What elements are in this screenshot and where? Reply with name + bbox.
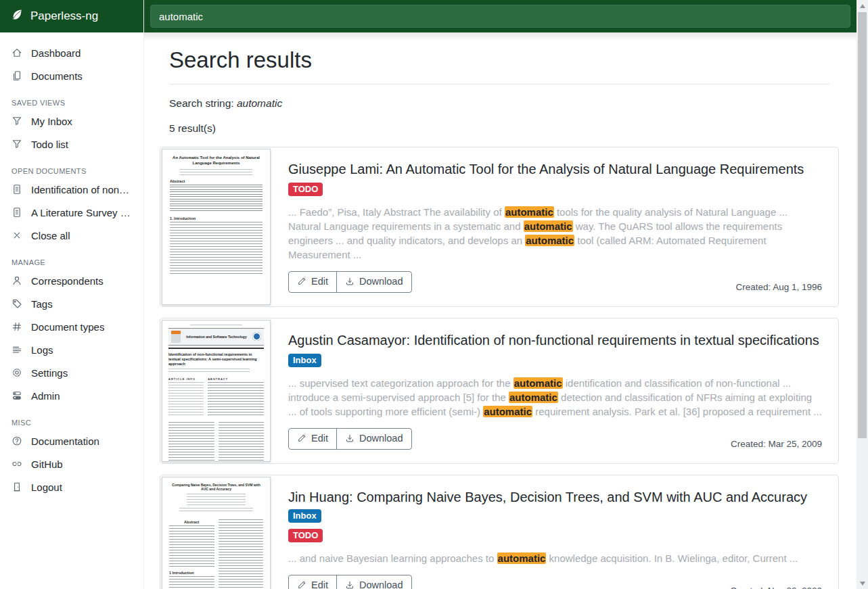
scrollbar-up-button[interactable] <box>856 0 868 11</box>
search-string-value: automatic <box>237 97 282 109</box>
result-title-link[interactable]: Jin Huang: Comparing Naive Bayes, Decisi… <box>288 488 822 525</box>
document-thumbnail[interactable]: An Automatic Tool for the Analysis of Na… <box>162 149 271 305</box>
question-circle-icon <box>12 435 22 446</box>
snippet-segment: requirement analysis. Park et al. [36] p… <box>532 406 822 417</box>
tag-badge-inbox[interactable]: Inbox <box>288 509 321 523</box>
sidebar-item-admin[interactable]: Admin <box>0 384 143 407</box>
sidebar-item-logs[interactable]: Logs <box>0 338 143 361</box>
snippet-segment: knowledge acquisition. In B. Wielinga, e… <box>546 552 798 564</box>
result-snippet: ... Faedo”, Pisa, Italy Abstract The ava… <box>288 205 822 262</box>
brand-link[interactable]: Paperless-ng <box>0 0 143 32</box>
journal-logo <box>252 332 261 341</box>
thumb-abstract-heading: Abstract <box>170 179 262 183</box>
pencil-icon <box>297 433 306 443</box>
sidebar: Paperless-ng Dashboard Documents SAVED V… <box>0 0 144 589</box>
download-button[interactable]: Download <box>336 428 412 450</box>
search-string-line: Search string: automatic <box>169 97 829 110</box>
sidebar-item-close-all[interactable]: Close all <box>0 224 143 247</box>
tag-icon <box>12 298 22 309</box>
match-highlight: automatic <box>509 392 558 403</box>
created-date: Created: Aug 1, 1996 <box>735 282 822 293</box>
match-highlight: automatic <box>513 377 563 389</box>
result-body: Giuseppe Lami: An Automatic Tool for the… <box>272 147 838 306</box>
edit-button[interactable]: Edit <box>288 575 337 589</box>
search-string-label: Search string: <box>169 97 234 109</box>
section-saved-views: SAVED VIEWS <box>12 99 132 107</box>
brand-label: Paperless-ng <box>30 9 98 23</box>
section-open-documents: OPEN DOCUMENTS <box>12 167 132 175</box>
download-button[interactable]: Download <box>336 271 412 293</box>
thumb-article-info: ARTICLE INFO <box>168 377 204 381</box>
page-title: Search results <box>169 47 829 73</box>
thumb-intro-heading: 1. Introduction <box>170 216 262 220</box>
file-text-icon <box>12 207 22 218</box>
edit-button[interactable]: Edit <box>288 271 337 293</box>
result-card: Information and Software Technology Iden… <box>160 318 839 464</box>
thumb-journal-name: Information and Software Technology <box>183 335 250 339</box>
sidebar-item-my-inbox[interactable]: My Inbox <box>0 110 143 133</box>
scrollbar-down-button[interactable] <box>856 578 868 589</box>
link-icon <box>12 458 22 469</box>
search-input[interactable] <box>150 5 850 28</box>
elsevier-logo <box>171 331 181 343</box>
person-icon <box>12 275 22 286</box>
thumb-paper-title: Identification of non-functional require… <box>168 352 264 367</box>
thumb-paper-title: An Automatic Tool for the Analysis of Na… <box>170 156 262 166</box>
thumb-abstract-caps: ABSTRACT <box>208 377 264 381</box>
result-body: Agustin Casamayor: Identification of non… <box>272 319 838 463</box>
tag-badge-todo[interactable]: TODO <box>288 529 323 542</box>
download-icon <box>345 580 355 589</box>
sidebar-item-open-doc-2[interactable]: A Literature Survey on ... <box>0 201 143 224</box>
document-thumbnail[interactable]: Comparing Naive Bayes, Decision Trees, a… <box>162 477 271 589</box>
download-icon <box>345 277 355 286</box>
sidebar-item-documentation[interactable]: Documentation <box>0 429 143 452</box>
snippet-segment: ... Faedo”, Pisa, Italy Abstract The ava… <box>288 206 505 218</box>
document-thumbnail[interactable]: Information and Software Technology Iden… <box>162 320 271 462</box>
file-text-icon <box>12 184 22 195</box>
sidebar-item-open-doc-1[interactable]: Identification of non-fu... <box>0 178 143 201</box>
badge-row: TODO <box>288 183 822 196</box>
edit-button[interactable]: Edit <box>288 428 337 450</box>
match-highlight: automatic <box>525 235 574 246</box>
result-title-link[interactable]: Agustin Casamayor: Identification of non… <box>288 331 822 350</box>
snippet-segment: ... and naive Bayesian learning approach… <box>288 552 497 564</box>
main-content: Search results Search string: automatic … <box>144 32 856 589</box>
list-lines-icon <box>12 344 22 355</box>
snippet-segment: ... supervised text categorization appro… <box>288 377 513 389</box>
actions-row: Edit Download Created: Mar 25, 2009 <box>288 428 822 450</box>
toggles-icon <box>12 390 22 401</box>
sidebar-item-todo-list[interactable]: Todo list <box>0 133 143 156</box>
section-manage: MANAGE <box>12 258 132 266</box>
top-navbar <box>144 0 856 32</box>
tag-badge-todo[interactable]: TODO <box>288 183 323 196</box>
download-button[interactable]: Download <box>336 575 412 589</box>
sidebar-item-documents[interactable]: Documents <box>0 64 143 87</box>
scrollbar-thumb[interactable] <box>858 12 867 438</box>
door-icon <box>12 481 22 492</box>
sidebar-item-correspondents[interactable]: Correspondents <box>0 269 143 292</box>
result-card: An Automatic Tool for the Analysis of Na… <box>160 147 839 307</box>
sidebar-item-document-types[interactable]: Document types <box>0 315 143 338</box>
sidebar-item-tags[interactable]: Tags <box>0 292 143 315</box>
close-icon <box>12 230 22 241</box>
download-icon <box>345 433 355 443</box>
sidebar-item-github[interactable]: GitHub <box>0 452 143 475</box>
sidebar-item-settings[interactable]: Settings <box>0 361 143 384</box>
vertical-scrollbar[interactable] <box>856 0 868 589</box>
thumb-paper-title: Comparing Naive Bayes, Decision Trees, a… <box>169 483 263 492</box>
match-highlight: automatic <box>505 206 554 218</box>
action-button-group: Edit Download <box>288 428 412 450</box>
match-highlight: automatic <box>497 552 547 564</box>
sidebar-item-dashboard[interactable]: Dashboard <box>0 41 143 64</box>
match-highlight: automatic <box>524 220 573 232</box>
result-title-link[interactable]: Giuseppe Lami: An Automatic Tool for the… <box>288 160 822 179</box>
title-divider <box>169 84 829 85</box>
thumb-abstract-heading: Abstract <box>169 520 214 524</box>
funnel-icon <box>12 116 22 126</box>
tag-badge-inbox[interactable]: Inbox <box>288 354 321 367</box>
down-arrow-icon <box>860 582 865 586</box>
result-snippet: ... supervised text categorization appro… <box>288 376 822 419</box>
sidebar-item-logout[interactable]: Logout <box>0 475 143 498</box>
funnel-icon <box>12 139 22 149</box>
documents-icon <box>12 70 22 81</box>
